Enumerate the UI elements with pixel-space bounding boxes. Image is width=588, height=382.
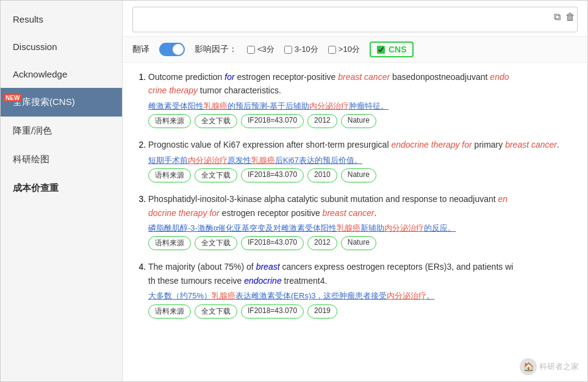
new-badge: NEW bbox=[3, 94, 22, 102]
tag-year-4[interactable]: 2019 bbox=[307, 305, 337, 319]
sidebar-item-acknowledge[interactable]: Acknowledge bbox=[1, 60, 122, 88]
result-item-1: Outcome prediction for estrogen receptor… bbox=[148, 70, 575, 128]
tag-fulltext-1[interactable]: 全文下载 bbox=[195, 114, 237, 128]
result-title-2: Prognostic value of Ki67 expression afte… bbox=[148, 140, 559, 150]
delete-icon[interactable]: 🗑 bbox=[565, 12, 575, 23]
result-translation-3: 磷脂酰肌醇-3-激酶α催化亚基突变及对雌激素受体阳性乳腺癌新辅助内分泌治疗的反应… bbox=[148, 222, 575, 234]
sidebar-item-cost-recheck-label: 成本价查重 bbox=[13, 182, 59, 193]
filter-lt3-label: <3分 bbox=[257, 44, 274, 55]
result-translation-2: 短期手术前内分泌治疗原发性乳腺癌后Ki67表达的预后价值。 bbox=[148, 154, 575, 167]
tag-fulltext-3[interactable]: 全文下载 bbox=[195, 236, 237, 250]
translate-toggle[interactable] bbox=[159, 43, 185, 56]
tag-source-3[interactable]: 语料来源 bbox=[148, 236, 191, 250]
filter-mid[interactable]: 3-10分 bbox=[284, 44, 318, 55]
filter-gt10[interactable]: >10分 bbox=[328, 44, 360, 55]
tag-if-3[interactable]: IF2018=43.070 bbox=[241, 236, 304, 250]
result-title-1: Outcome prediction for estrogen receptor… bbox=[148, 72, 509, 95]
tag-if-1[interactable]: IF2018=43.070 bbox=[241, 114, 304, 128]
sidebar-item-research-chart-label: 科研绘图 bbox=[13, 154, 49, 164]
sidebar-item-cost-recheck[interactable]: 成本价查重 bbox=[1, 174, 122, 203]
tag-year-2[interactable]: 2010 bbox=[307, 168, 337, 182]
search-icon-group: ⧉ 🗑 bbox=[554, 12, 575, 23]
filter-cns-checkbox[interactable] bbox=[377, 46, 385, 54]
tag-if-4[interactable]: IF2018=43.070 bbox=[241, 305, 304, 319]
tag-if-2[interactable]: IF2018=43.070 bbox=[241, 168, 304, 182]
filter-gt10-label: >10分 bbox=[339, 44, 360, 55]
result-tags-2: 语料来源 全文下载 IF2018=43.070 2010 Nature bbox=[148, 168, 575, 182]
sidebar: Results Discussion Acknowledge NEW 全库搜索(… bbox=[1, 1, 123, 381]
tag-journal-3[interactable]: Nature bbox=[341, 236, 376, 250]
result-translation-4: 大多数（约75%）乳腺癌表达雌激素受体(ERs)3，这些肿瘤患者接受内分泌治疗。 bbox=[148, 290, 575, 302]
tag-source-4[interactable]: 语料来源 bbox=[148, 305, 191, 319]
sidebar-item-discussion[interactable]: Discussion bbox=[1, 33, 122, 60]
filter-lt3[interactable]: <3分 bbox=[247, 44, 274, 55]
filter-gt10-checkbox[interactable] bbox=[328, 46, 336, 54]
filter-mid-checkbox[interactable] bbox=[284, 46, 292, 54]
result-item-3: Phosphatidyl-inositol-3-kinase alpha cat… bbox=[148, 192, 575, 250]
result-translation-1: 雌激素受体阳性乳腺癌的预后预测-基于后辅助内分泌治疗肿瘤特征。 bbox=[148, 100, 575, 112]
app-container: Results Discussion Acknowledge NEW 全库搜索(… bbox=[0, 0, 588, 382]
filters-bar: 翻译 影响因子： <3分 3-10分 >10分 CNS bbox=[123, 37, 587, 63]
search-input[interactable] bbox=[132, 7, 578, 32]
sidebar-item-fullsearch-cns[interactable]: NEW 全库搜索(CNS) bbox=[1, 88, 122, 117]
result-item-4: The majority (about 75%) of breast cance… bbox=[148, 260, 575, 318]
tag-fulltext-2[interactable]: 全文下载 bbox=[195, 168, 237, 182]
sidebar-item-research-chart[interactable]: 科研绘图 bbox=[1, 145, 122, 174]
result-tags-4: 语料来源 全文下载 IF2018=43.070 2019 bbox=[148, 305, 575, 319]
tag-journal-1[interactable]: Nature bbox=[341, 114, 376, 128]
tag-fulltext-4[interactable]: 全文下载 bbox=[195, 305, 237, 319]
tag-source-1[interactable]: 语料来源 bbox=[148, 114, 191, 128]
sidebar-item-acknowledge-label: Acknowledge bbox=[13, 69, 67, 79]
result-title-4: The majority (about 75%) of breast cance… bbox=[148, 262, 513, 285]
filter-cns[interactable]: CNS bbox=[370, 41, 414, 57]
influence-label: 影响因子： bbox=[195, 44, 237, 55]
filter-cns-label: CNS bbox=[389, 45, 407, 54]
result-tags-3: 语料来源 全文下载 IF2018=43.070 2012 Nature bbox=[148, 236, 575, 250]
sidebar-item-results-label: Results bbox=[13, 14, 43, 24]
result-item-2: Prognostic value of Ki67 expression afte… bbox=[148, 138, 575, 182]
results-list: Outcome prediction for estrogen receptor… bbox=[123, 63, 587, 381]
tag-year-3[interactable]: 2012 bbox=[307, 236, 337, 250]
filter-lt3-checkbox[interactable] bbox=[247, 46, 255, 54]
search-bar-area: ⧉ 🗑 bbox=[123, 1, 587, 37]
copy-icon[interactable]: ⧉ bbox=[554, 12, 561, 23]
result-title-3: Phosphatidyl-inositol-3-kinase alpha cat… bbox=[148, 194, 507, 217]
sidebar-item-decline-run-label: 降重/润色 bbox=[13, 125, 52, 135]
result-tags-1: 语料来源 全文下载 IF2018=43.070 2012 Nature bbox=[148, 114, 575, 128]
sidebar-item-discussion-label: Discussion bbox=[13, 41, 57, 52]
sidebar-item-fullsearch-cns-label: 全库搜索(CNS) bbox=[13, 96, 75, 107]
tag-source-2[interactable]: 语料来源 bbox=[148, 168, 191, 182]
translate-label: 翻译 bbox=[132, 44, 149, 55]
sidebar-item-results[interactable]: Results bbox=[1, 5, 122, 33]
main-content: ⧉ 🗑 翻译 影响因子： <3分 3-10分 >10分 C bbox=[123, 1, 587, 381]
tag-year-1[interactable]: 2012 bbox=[307, 114, 337, 128]
tag-journal-2[interactable]: Nature bbox=[341, 168, 376, 182]
filter-mid-label: 3-10分 bbox=[295, 44, 318, 55]
sidebar-item-decline-run[interactable]: 降重/润色 bbox=[1, 117, 122, 145]
